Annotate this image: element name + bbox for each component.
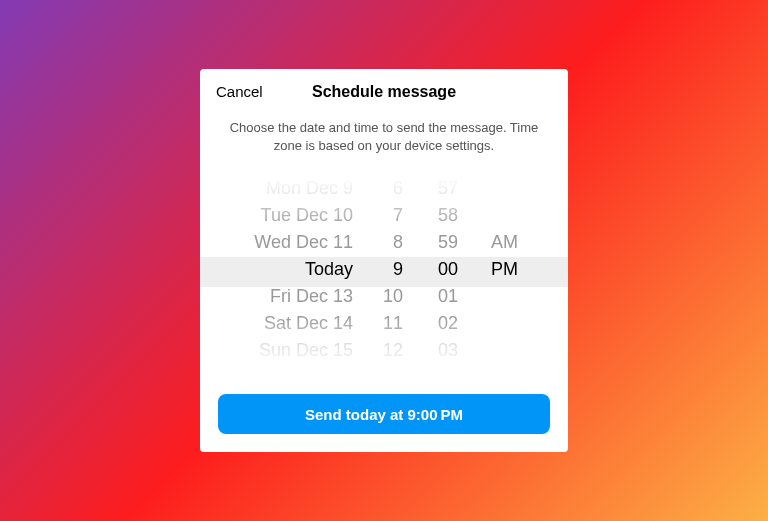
picker-minute-option[interactable]: 57 [438, 175, 466, 202]
picker-minute-option[interactable]: 01 [438, 283, 466, 310]
picker-date-option[interactable]: Sun Dec 15 [259, 337, 361, 364]
picker-ampm-option [518, 175, 526, 202]
picker-hour-option[interactable]: 10 [383, 283, 411, 310]
send-button[interactable]: Send today at 9:00 PM [218, 394, 550, 434]
modal-description: Choose the date and time to send the mes… [200, 107, 568, 169]
picker-date-option[interactable]: Fri Dec 13 [270, 283, 361, 310]
modal-footer: Send today at 9:00 PM [200, 384, 568, 452]
picker-date-option[interactable]: Sat Dec 14 [264, 310, 361, 337]
cancel-button[interactable]: Cancel [216, 83, 263, 100]
picker-hour-option[interactable]: 9 [393, 256, 411, 283]
picker-hour-option[interactable]: 6 [393, 175, 411, 202]
modal-title: Schedule message [216, 83, 552, 101]
modal-header: Cancel Schedule message [200, 69, 568, 107]
picker-ampm-option[interactable]: AM [491, 229, 526, 256]
picker-minute-option[interactable]: 02 [438, 310, 466, 337]
picker-hour-option[interactable]: 12 [383, 337, 411, 364]
picker-hour-option[interactable]: 11 [383, 310, 411, 337]
picker-minute-option[interactable]: 59 [438, 229, 466, 256]
picker-date-option[interactable]: Mon Dec 9 [266, 175, 361, 202]
picker-minute-option[interactable]: 58 [438, 202, 466, 229]
picker-date-option[interactable]: Today [305, 256, 361, 283]
picker-column-ampm[interactable]: AM PM [466, 175, 526, 370]
picker-column-date[interactable]: Mon Dec 9 Tue Dec 10 Wed Dec 11 Today Fr… [226, 175, 361, 370]
schedule-message-modal: Cancel Schedule message Choose the date … [200, 69, 568, 452]
picker-column-minute[interactable]: 57 58 59 00 01 02 03 [411, 175, 466, 370]
picker-minute-option[interactable]: 03 [438, 337, 466, 364]
picker-hour-option[interactable]: 8 [393, 229, 411, 256]
picker-ampm-option [518, 202, 526, 229]
picker-ampm-option [518, 283, 526, 310]
picker-minute-option[interactable]: 00 [438, 256, 466, 283]
picker-ampm-option[interactable]: PM [491, 256, 526, 283]
datetime-picker[interactable]: Mon Dec 9 Tue Dec 10 Wed Dec 11 Today Fr… [200, 175, 568, 370]
picker-column-hour[interactable]: 6 7 8 9 10 11 12 [361, 175, 411, 370]
picker-ampm-option [518, 337, 526, 364]
picker-hour-option[interactable]: 7 [393, 202, 411, 229]
picker-date-option[interactable]: Tue Dec 10 [261, 202, 361, 229]
picker-ampm-option [518, 310, 526, 337]
picker-date-option[interactable]: Wed Dec 11 [254, 229, 361, 256]
